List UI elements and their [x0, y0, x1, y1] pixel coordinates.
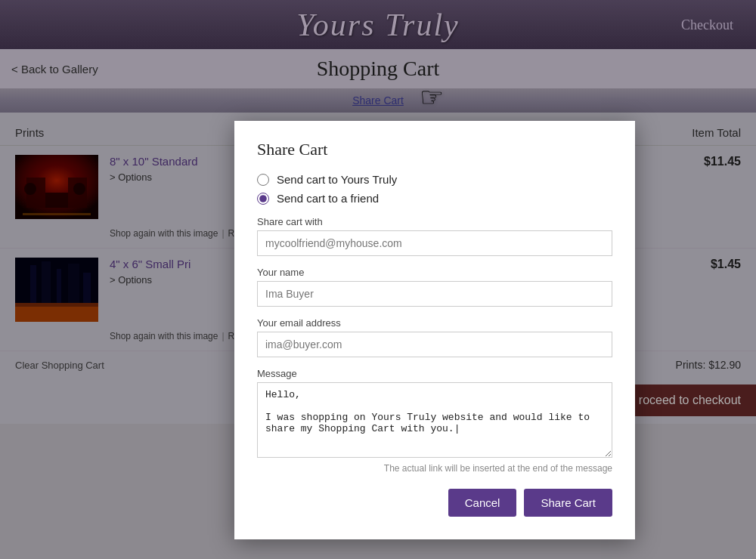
radio-friend[interactable] [257, 193, 269, 205]
radio-option-friend[interactable]: Send cart to a friend [257, 192, 612, 205]
message-hint: The actual link will be inserted at the … [257, 463, 612, 474]
radio-group: Send cart to Yours Truly Send cart to a … [257, 173, 612, 205]
your-name-group: Your name [257, 267, 612, 307]
your-name-label: Your name [257, 267, 612, 278]
your-name-input[interactable] [257, 281, 612, 307]
email-input[interactable] [257, 332, 612, 357]
radio-yours-truly[interactable] [257, 174, 269, 186]
share-cart-button[interactable]: Share Cart [524, 489, 612, 517]
cancel-button[interactable]: Cancel [448, 489, 517, 517]
modal-title: Share Cart [257, 140, 612, 159]
radio-option-yours-truly[interactable]: Send cart to Yours Truly [257, 173, 612, 186]
message-group: Message Hello, I was shopping on Yours T… [257, 368, 612, 474]
modal-actions: Cancel Share Cart [257, 489, 612, 517]
email-group: Your email address [257, 317, 612, 357]
share-with-input[interactable] [257, 230, 612, 256]
share-with-group: Share cart with [257, 216, 612, 256]
email-label: Your email address [257, 317, 612, 329]
message-label: Message [257, 368, 612, 379]
share-cart-modal: Share Cart Send cart to Yours Truly Send… [234, 121, 635, 539]
share-with-label: Share cart with [257, 216, 612, 227]
message-textarea[interactable]: Hello, I was shopping on Yours Truly web… [257, 382, 612, 458]
